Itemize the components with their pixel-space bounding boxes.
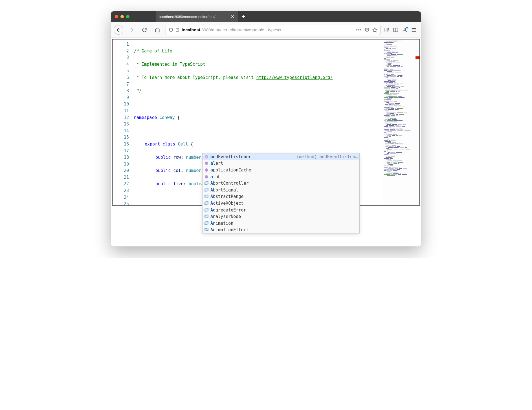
suggestion-item[interactable]: atob <box>203 173 359 180</box>
suggestion-item[interactable]: Animation <box>203 220 359 227</box>
url-text: localhost:8080/monaco-editor/test/#sampl… <box>182 27 353 32</box>
maximize-window-button[interactable] <box>126 15 129 18</box>
library-icon[interactable] <box>384 27 390 33</box>
pocket-icon[interactable] <box>364 27 370 32</box>
tab-close-button[interactable]: ✕ <box>231 14 234 19</box>
browser-window: localhost:8080/monaco-editor/test/ ✕ + <box>111 11 421 246</box>
code-editor[interactable]: 1 2 3 4 5 6 7 8 9 10 11 12 13 14 15 16 1… <box>112 39 420 206</box>
forward-button[interactable] <box>127 25 136 35</box>
line-number-gutter: 1 2 3 4 5 6 7 8 9 10 11 12 13 14 15 16 1… <box>113 39 133 205</box>
shield-icon[interactable] <box>169 28 173 32</box>
minimap[interactable]: /* decorative fill via CSS below */ <box>383 39 419 205</box>
browser-tab[interactable]: localhost:8080/monaco-editor/test/ ✕ <box>156 11 238 22</box>
typescript-link[interactable]: http://www.typescriptlang.org/ <box>256 75 333 80</box>
svg-marker-3 <box>373 28 377 32</box>
suggestion-item[interactable]: applicationCache <box>203 167 359 173</box>
nav-toolbar: localhost:8080/monaco-editor/test/#sampl… <box>111 22 421 38</box>
sidebar-icon[interactable] <box>393 27 399 33</box>
reference-icon <box>204 201 209 206</box>
svg-line-7 <box>388 28 389 32</box>
bookmark-star-icon[interactable] <box>372 27 377 32</box>
hamburger-menu-icon[interactable] <box>411 27 417 33</box>
reference-icon <box>204 188 209 192</box>
new-tab-button[interactable]: + <box>238 13 249 20</box>
reference-icon <box>204 214 209 219</box>
back-button[interactable] <box>114 25 123 35</box>
reference-icon <box>204 181 209 186</box>
suggestion-item[interactable]: AnalyserNode <box>203 213 359 220</box>
tab-title: localhost:8080/monaco-editor/test/ <box>159 15 228 19</box>
reference-icon <box>204 194 209 199</box>
reload-button[interactable] <box>140 25 149 35</box>
svg-rect-8 <box>394 28 398 32</box>
suggestion-item[interactable]: ActiveXObject <box>203 200 359 207</box>
url-bar[interactable]: localhost:8080/monaco-editor/test/#sampl… <box>166 25 381 35</box>
minimap-error-marker[interactable] <box>416 56 419 59</box>
tab-bar: localhost:8080/monaco-editor/test/ ✕ + <box>111 11 421 22</box>
account-icon[interactable] <box>402 27 408 33</box>
suggestion-item[interactable]: AggregateError <box>203 207 359 213</box>
page-actions-icon[interactable]: ••• <box>356 27 362 33</box>
suggestion-item[interactable]: alert <box>203 160 359 167</box>
home-button[interactable] <box>153 25 162 35</box>
suggestion-item[interactable]: AbortController <box>203 180 359 187</box>
suggestion-item[interactable]: addEventListener (method) addEventListen… <box>203 153 359 160</box>
reference-icon <box>204 208 209 212</box>
method-icon <box>204 175 209 179</box>
method-icon <box>204 161 209 166</box>
reference-icon <box>204 221 209 226</box>
window-controls <box>111 15 133 18</box>
page-info-icon[interactable] <box>175 28 179 32</box>
notification-badge <box>406 27 408 29</box>
autocomplete-popup[interactable]: addEventListener (method) addEventListen… <box>202 153 360 233</box>
method-icon <box>204 168 209 172</box>
suggestion-detail: (method) addEventListen… <box>296 154 358 159</box>
suggestion-item[interactable]: AbortSignal <box>203 187 359 193</box>
suggestion-item[interactable]: AnimationEffect <box>203 227 359 233</box>
minimize-window-button[interactable] <box>120 15 124 18</box>
close-window-button[interactable] <box>115 15 118 18</box>
method-icon <box>204 155 209 159</box>
suggestion-item[interactable]: AbstractRange <box>203 193 359 200</box>
reference-icon <box>204 228 209 232</box>
svg-point-10 <box>404 28 406 30</box>
